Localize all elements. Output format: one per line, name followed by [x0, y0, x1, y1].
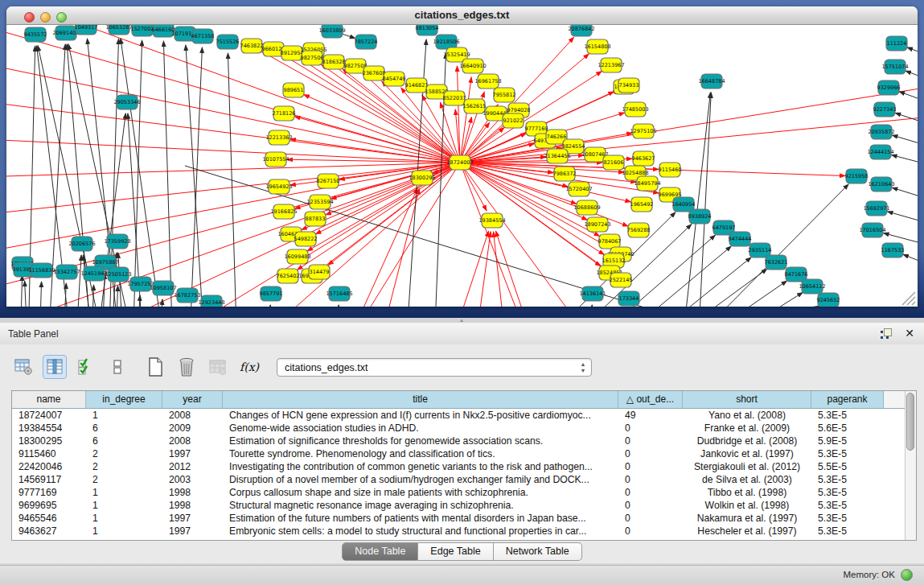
vertical-scrollbar[interactable]	[905, 391, 916, 540]
resize-grip[interactable]	[902, 292, 915, 305]
graph-node[interactable]: 7569288	[627, 223, 651, 237]
show-columns-icon[interactable]	[43, 355, 67, 379]
graph-node[interactable]: 10107554	[262, 152, 289, 167]
graph-node[interactable]: 14136141	[579, 286, 606, 301]
graph-edge[interactable]	[189, 47, 202, 307]
close-panel-icon[interactable]: ✕	[905, 327, 914, 340]
graph-node[interactable]: 16648784	[698, 74, 725, 89]
graph-edge[interactable]	[161, 299, 162, 307]
graph-edge[interactable]	[133, 40, 142, 307]
graph-edge[interactable]	[460, 113, 918, 163]
graph-node[interactable]: 9245652	[817, 293, 840, 307]
network-canvas[interactable]: 9435572206914061049317106532871527002646…	[6, 25, 918, 307]
table-row[interactable]: 911546021997Tourette syndrome. Phenomeno…	[12, 447, 916, 460]
column-header-pagerank[interactable]: pagerank	[811, 391, 884, 408]
graph-node[interactable]: 16782753	[174, 288, 200, 303]
table-row[interactable]: 969969511998Structural magnetic resonanc…	[12, 499, 916, 512]
table-row[interactable]: 946362711997Embryonic stem cells: a mode…	[12, 525, 916, 538]
graph-node[interactable]: 12213363	[265, 130, 292, 145]
graph-node[interactable]: 29053346	[113, 95, 140, 109]
table-row[interactable]: 1938455462009Genome-wide association stu…	[12, 422, 916, 435]
graph-edge[interactable]	[892, 187, 918, 200]
graph-node[interactable]: 9857791	[260, 286, 283, 301]
graph-edge[interactable]	[269, 305, 270, 307]
graph-node[interactable]: 8267150	[317, 174, 340, 188]
graph-node[interactable]: 9463627	[632, 151, 655, 166]
graph-node[interactable]: 15716485	[326, 286, 352, 301]
graph-node[interactable]: 20876842	[568, 25, 594, 36]
graph-node[interactable]: 9784067	[598, 234, 622, 249]
graph-node[interactable]: 12444154	[867, 145, 893, 159]
graph-node[interactable]: 17016504	[859, 223, 885, 237]
graph-edge[interactable]	[495, 231, 535, 307]
graph-node[interactable]: 2522145	[610, 273, 633, 287]
graph-node[interactable]: 7986372	[553, 167, 577, 181]
graph-node[interactable]: 5498222	[294, 232, 318, 246]
graph-node[interactable]: 7515526	[216, 35, 240, 49]
graph-node[interactable]: 16210643	[868, 177, 894, 192]
column-header-year[interactable]: year	[162, 391, 223, 408]
column-header-in_degree[interactable]: in_degree	[86, 391, 162, 408]
memory-ok-indicator[interactable]	[901, 569, 913, 581]
graph-node[interactable]: 8454749	[383, 72, 406, 86]
graph-edge[interactable]	[450, 231, 489, 307]
tab-node-table[interactable]: Node Table	[342, 542, 418, 561]
graph-node[interactable]: 989651	[283, 83, 304, 97]
graph-edge[interactable]	[698, 93, 711, 307]
graph-node[interactable]: 821606	[603, 155, 624, 170]
graph-edge[interactable]	[474, 232, 491, 307]
graph-node[interactable]: 7463822	[240, 39, 264, 53]
graph-node[interactable]: 9827506	[301, 51, 324, 65]
graph-node[interactable]: 10654112	[799, 279, 825, 294]
graph-node[interactable]: 7632621	[765, 255, 788, 270]
float-panel-icon[interactable]	[881, 328, 892, 340]
graph-node[interactable]: 9329966	[877, 80, 901, 95]
graph-node[interactable]: 16033809	[318, 25, 345, 38]
graph-node[interactable]: 9115460	[659, 163, 682, 177]
function-builder-icon[interactable]: f(x)	[237, 355, 261, 379]
table-row[interactable]: 1830029562008Estimation of significance …	[12, 435, 916, 447]
table-row[interactable]: 2242004622012Investigating the contribut…	[12, 460, 916, 473]
graph-node[interactable]: 16961758	[474, 74, 501, 89]
graph-edge[interactable]	[635, 257, 751, 307]
graph-node[interactable]: 2718126	[273, 106, 296, 121]
graph-node[interactable]: 10688609	[573, 200, 600, 215]
graph-node[interactable]: 18907243	[584, 217, 610, 232]
graph-node[interactable]: 4671358	[191, 29, 215, 43]
graph-node[interactable]: 17359928	[104, 234, 130, 249]
graph-edge[interactable]	[316, 163, 460, 234]
graph-edge[interactable]	[40, 282, 42, 307]
delete-icon[interactable]	[175, 355, 199, 379]
graph-node[interactable]: 734933	[618, 78, 639, 93]
graph-node[interactable]: 19218506	[433, 35, 459, 49]
graph-node[interactable]: 1167533	[881, 243, 905, 257]
tab-network-table[interactable]: Network Table	[494, 542, 582, 561]
row-toggle-icon[interactable]	[105, 355, 129, 379]
scrollbar-thumb[interactable]	[906, 393, 914, 451]
graph-edge[interactable]	[138, 295, 140, 307]
graph-node[interactable]: 9474444	[729, 232, 752, 246]
graph-node[interactable]: 9215958	[845, 169, 869, 183]
table-mode-icon[interactable]	[11, 355, 35, 379]
column-header-short[interactable]: short	[683, 391, 811, 408]
graph-node[interactable]: 9227343	[873, 102, 897, 117]
graph-node[interactable]: 887833	[305, 212, 326, 226]
graph-node[interactable]: 12451943	[80, 266, 107, 281]
graph-edge[interactable]	[887, 212, 918, 225]
graph-edge[interactable]	[899, 92, 918, 104]
graph-node[interactable]: 9435572	[24, 27, 47, 42]
graph-edge[interactable]	[346, 163, 460, 307]
graph-node[interactable]: 18300295	[409, 171, 435, 185]
graph-edge[interactable]	[591, 305, 592, 307]
graph-node[interactable]: 20206576	[68, 237, 95, 251]
graph-node[interactable]: 15720407	[565, 182, 592, 196]
graph-node[interactable]: 7857224	[355, 35, 378, 49]
graph-edge[interactable]	[906, 71, 918, 81]
graph-edge[interactable]	[338, 305, 339, 307]
graph-node[interactable]: 10653287	[105, 25, 132, 35]
table-row[interactable]: 946554611997Estimation of the future num…	[12, 512, 916, 525]
graph-node[interactable]: 18495794	[634, 176, 660, 191]
graph-node[interactable]: 12923448	[198, 295, 224, 307]
graph-node[interactable]: 921022	[503, 113, 524, 128]
graph-node[interactable]: 16099488	[284, 249, 310, 264]
